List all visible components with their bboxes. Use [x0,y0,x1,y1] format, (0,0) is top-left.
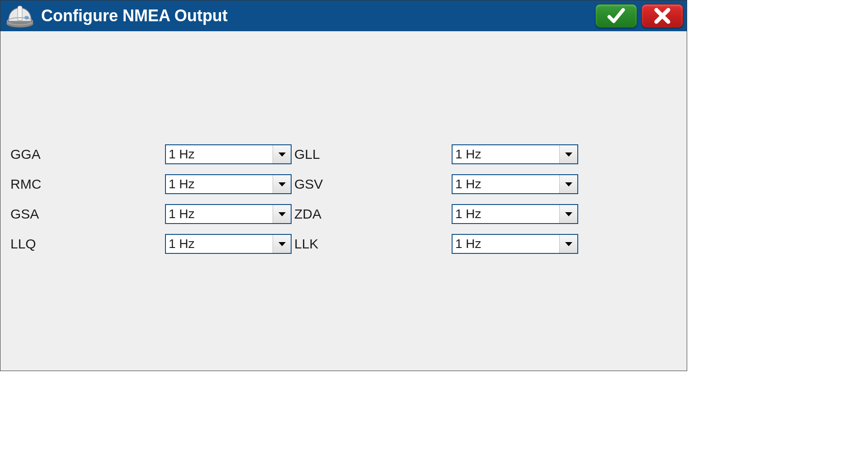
chevron-down-icon [273,145,291,163]
label-gll: GLL [292,147,451,162]
header-buttons [595,4,683,28]
label-llk: LLK [292,236,451,252]
dropdown-value: 1 Hz [453,177,559,191]
dropdown-rmc[interactable]: 1 Hz [165,174,292,194]
hardhat-icon [4,2,36,29]
close-icon [652,6,672,26]
dropdown-gsv[interactable]: 1 Hz [452,174,578,194]
label-gsa: GSA [10,206,164,222]
dropdown-llk[interactable]: 1 Hz [452,234,578,254]
dropdown-value: 1 Hz [166,207,273,221]
label-rmc: RMC [10,176,164,192]
content-area: GGA 1 Hz GLL 1 Hz RMC 1 Hz GSV 1 Hz [0,31,687,371]
dropdown-value: 1 Hz [453,147,559,162]
header-bar: Configure NMEA Output [0,0,687,31]
chevron-down-icon [273,175,291,193]
label-zda: ZDA [292,206,451,222]
dropdown-value: 1 Hz [453,207,559,221]
chevron-down-icon [273,235,291,253]
chevron-down-icon [559,235,577,253]
form-grid: GGA 1 Hz GLL 1 Hz RMC 1 Hz GSV 1 Hz [10,144,677,254]
label-llq: LLQ [10,236,164,252]
svg-point-2 [24,16,29,19]
page-title: Configure NMEA Output [41,6,595,25]
dropdown-gga[interactable]: 1 Hz [165,144,292,164]
dropdown-value: 1 Hz [166,147,273,162]
dropdown-value: 1 Hz [453,237,559,251]
chevron-down-icon [559,205,577,223]
checkmark-icon [606,6,626,26]
dropdown-gsa[interactable]: 1 Hz [165,204,292,224]
chevron-down-icon [559,175,577,193]
label-gsv: GSV [292,176,451,192]
label-gga: GGA [10,147,164,162]
dropdown-value: 1 Hz [166,237,273,251]
dropdown-zda[interactable]: 1 Hz [452,204,578,224]
chevron-down-icon [559,145,577,163]
dropdown-llq[interactable]: 1 Hz [165,234,292,254]
dropdown-value: 1 Hz [166,177,273,191]
ok-button[interactable] [595,4,637,28]
dropdown-gll[interactable]: 1 Hz [452,144,578,164]
chevron-down-icon [273,205,291,223]
cancel-button[interactable] [642,4,683,28]
